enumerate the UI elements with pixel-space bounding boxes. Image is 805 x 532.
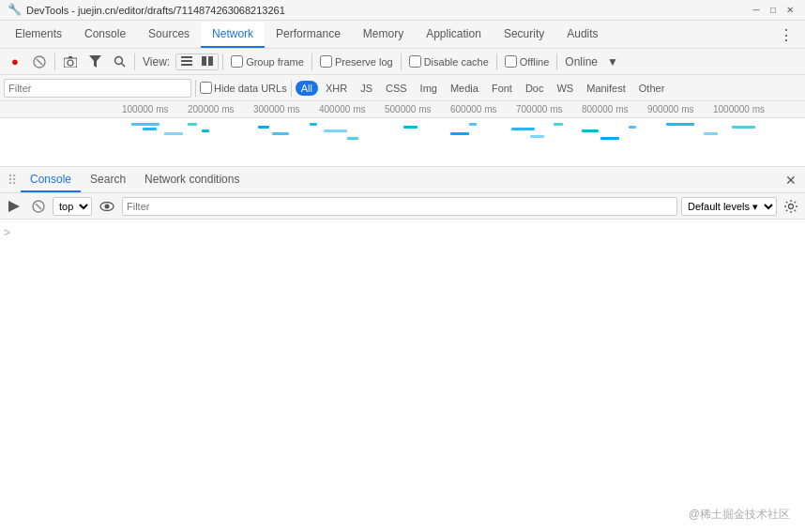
toolbar-separator-5 <box>401 53 402 70</box>
online-dropdown[interactable]: ▼ <box>603 55 622 68</box>
svg-rect-12 <box>208 56 213 66</box>
bottom-tab-console[interactable]: Console <box>21 168 81 192</box>
console-execute-button[interactable] <box>4 196 24 217</box>
timeline-bar <box>582 129 599 132</box>
view-list-button[interactable] <box>176 54 197 69</box>
hide-data-urls-checkbox[interactable] <box>200 82 212 94</box>
timeline-bar <box>732 126 755 129</box>
console-toolbar: top Default levels ▾ <box>0 193 805 220</box>
clear-button[interactable] <box>28 52 51 72</box>
svg-rect-4 <box>68 56 72 58</box>
bottom-tab-search[interactable]: Search <box>81 168 135 192</box>
timeline-bar <box>600 137 619 140</box>
group-by-frame-label: Group frame <box>246 56 304 68</box>
search-button[interactable] <box>108 52 130 72</box>
svg-point-17 <box>105 204 110 208</box>
tab-sources[interactable]: Sources <box>137 22 201 48</box>
timeline-bar <box>310 123 317 126</box>
minimize-button[interactable]: ─ <box>749 3 764 18</box>
filter-toggle-button[interactable] <box>84 52 106 72</box>
filter-other-button[interactable]: Other <box>633 81 671 96</box>
disable-cache-checkbox[interactable] <box>409 55 421 68</box>
group-by-frame-checkbox[interactable] <box>231 55 243 68</box>
record-button[interactable]: ● <box>4 52 26 72</box>
timeline-bar <box>450 132 469 135</box>
filter-media-button[interactable]: Media <box>445 81 484 96</box>
timeline-bar <box>554 123 563 126</box>
timeline-bar <box>131 123 159 126</box>
bottom-tab-network-conditions[interactable]: Network conditions <box>135 168 249 192</box>
offline-checkbox[interactable] <box>505 55 517 68</box>
filter-all-button[interactable]: All <box>296 81 318 96</box>
console-level-select[interactable]: Default levels ▾ <box>681 197 777 216</box>
console-settings-button[interactable] <box>781 196 801 217</box>
timeline-bar <box>188 123 197 126</box>
filter-css-button[interactable]: CSS <box>380 81 413 96</box>
bottom-panel-close-button[interactable]: ✕ <box>781 170 801 190</box>
timeline-bar <box>530 135 544 138</box>
close-button[interactable]: ✕ <box>782 3 797 18</box>
view-tree-button[interactable] <box>197 54 218 69</box>
svg-point-18 <box>789 204 794 208</box>
timeline-bars <box>122 118 805 167</box>
online-label: Online <box>561 55 601 68</box>
filter-js-button[interactable]: JS <box>355 81 378 96</box>
ruler-tick-5: 500000 ms <box>385 104 431 114</box>
title-bar: 🔧 DevTools - juejin.cn/editor/drafts/711… <box>0 0 805 21</box>
watermark: @稀土掘金技术社区 <box>689 507 790 523</box>
svg-line-7 <box>121 64 125 68</box>
svg-point-3 <box>68 60 73 66</box>
offline-checkbox-label[interactable]: Offline <box>501 55 554 68</box>
filter-img-button[interactable]: Img <box>415 81 443 96</box>
tab-console[interactable]: Console <box>73 22 137 48</box>
filter-doc-button[interactable]: Doc <box>520 81 550 96</box>
ruler-tick-7: 700000 ms <box>516 104 562 114</box>
prompt-arrow: > <box>4 226 10 239</box>
filter-ws-button[interactable]: WS <box>551 81 579 96</box>
tab-memory[interactable]: Memory <box>352 22 415 48</box>
console-clear-button[interactable] <box>28 196 49 217</box>
toolbar-separator-4 <box>311 53 312 70</box>
timeline-bar <box>202 129 209 132</box>
group-by-frame-checkbox-label[interactable]: Group frame <box>227 55 308 68</box>
tab-elements[interactable]: Elements <box>4 22 73 48</box>
tab-more-button[interactable]: ⋮ <box>771 23 801 48</box>
preserve-log-checkbox[interactable] <box>320 55 332 68</box>
ruler-tick-9: 900000 ms <box>647 104 693 114</box>
preserve-log-checkbox-label[interactable]: Preserve log <box>316 55 397 68</box>
eye-icon[interactable] <box>96 195 118 218</box>
network-toolbar: ● View: <box>0 49 805 75</box>
console-filter-input[interactable] <box>122 197 677 216</box>
hide-data-urls-label[interactable]: Hide data URLs <box>200 82 287 94</box>
svg-rect-11 <box>202 56 206 66</box>
maximize-button[interactable]: □ <box>766 3 781 18</box>
context-select[interactable]: top <box>53 197 92 216</box>
tab-performance[interactable]: Performance <box>265 22 352 48</box>
console-content: > @稀土掘金技术社区 <box>0 220 805 532</box>
filter-manifest-button[interactable]: Manifest <box>581 81 631 96</box>
camera-button[interactable] <box>59 52 82 72</box>
tab-application[interactable]: Application <box>415 22 493 48</box>
tab-security[interactable]: Security <box>493 22 555 48</box>
timeline-bar <box>258 126 269 129</box>
filter-input[interactable] <box>4 79 191 98</box>
tab-network[interactable]: Network <box>201 22 265 48</box>
svg-marker-5 <box>89 55 101 68</box>
timeline-bar <box>272 132 289 135</box>
ruler-tick-6: 600000 ms <box>450 104 496 114</box>
tab-audits[interactable]: Audits <box>555 22 609 48</box>
timeline-bar <box>164 132 183 135</box>
toolbar-separator-1 <box>54 53 55 70</box>
filter-font-button[interactable]: Font <box>486 81 518 96</box>
svg-line-15 <box>36 204 41 209</box>
devtools-window: 🔧 DevTools - juejin.cn/editor/drafts/711… <box>0 0 805 532</box>
timeline-ruler: 100000 ms 200000 ms 300000 ms 400000 ms … <box>0 101 805 118</box>
disable-cache-label: Disable cache <box>424 56 489 68</box>
console-prompt-line: > <box>4 223 801 242</box>
timeline-bar <box>403 126 418 129</box>
bottom-panel: ⠿ Console Search Network conditions ✕ to… <box>0 167 805 532</box>
svg-marker-13 <box>8 201 20 212</box>
ruler-tick-2: 200000 ms <box>188 104 234 114</box>
filter-xhr-button[interactable]: XHR <box>320 81 353 96</box>
disable-cache-checkbox-label[interactable]: Disable cache <box>405 55 493 68</box>
